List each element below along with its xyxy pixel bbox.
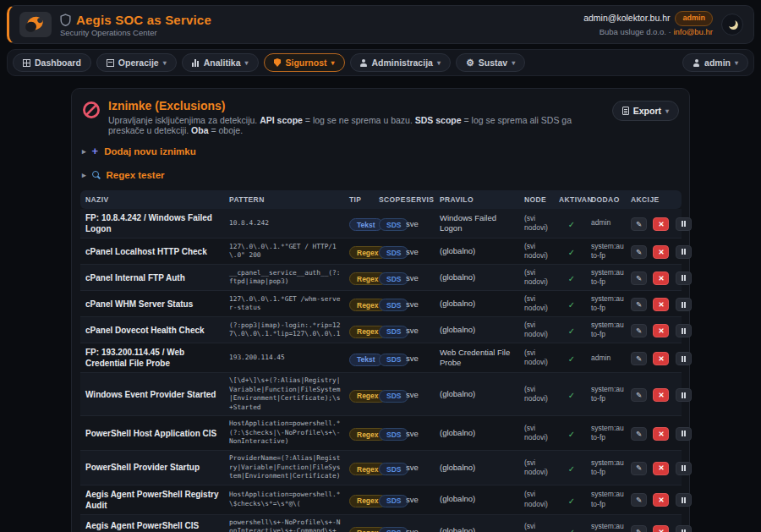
pause-button[interactable] xyxy=(676,427,692,441)
nav-item-operacije[interactable]: Operacije ▾ xyxy=(96,53,177,72)
cell-servis: sve xyxy=(402,291,436,317)
cell-tip: Tekst xyxy=(346,209,375,239)
person-icon xyxy=(693,59,700,67)
cell-pravilo: (globalno) xyxy=(436,373,521,416)
cell-servis: sve xyxy=(402,416,436,451)
pencil-icon: ✎ xyxy=(636,275,642,282)
pause-button[interactable] xyxy=(676,271,692,285)
x-icon: ✕ xyxy=(658,392,664,399)
column-header-pravilo: PRAVILO xyxy=(436,190,521,209)
cell-dodao: system:auto-fp xyxy=(588,265,627,291)
table-row: cPanel Internal FTP Auth __cpanel__servi… xyxy=(80,265,682,291)
chevron-right-icon: ▸ xyxy=(82,147,86,156)
pause-button[interactable] xyxy=(676,217,692,231)
pause-button[interactable] xyxy=(676,493,692,507)
cell-servis: sve xyxy=(402,514,436,532)
cell-pattern: 193.200.114.45 xyxy=(226,343,346,373)
org-email-link[interactable]: info@bu.hr xyxy=(673,27,713,36)
nav-item-analitika[interactable]: Analitika ▾ xyxy=(182,53,259,72)
pause-button[interactable] xyxy=(676,324,692,337)
scope-badge: SDS xyxy=(379,218,408,231)
cell-servis: sve xyxy=(402,239,436,265)
edit-button[interactable]: ✎ xyxy=(631,462,647,475)
delete-button[interactable]: ✕ xyxy=(653,462,669,475)
cell-akcije: ✎ ✕ xyxy=(627,317,682,343)
pause-button[interactable] xyxy=(676,525,692,532)
chevron-down-icon: ▾ xyxy=(163,59,167,67)
shield-icon xyxy=(60,14,71,26)
pencil-icon: ✎ xyxy=(636,529,642,532)
delete-button[interactable]: ✕ xyxy=(653,525,669,532)
cell-pattern: 127\.0\.0\.1.*"GET / HTTP/1\.0" 200 xyxy=(226,239,346,265)
column-header-aktivan: AKTIVAN xyxy=(556,190,588,209)
cell-pattern: (?:pop3|imap)-login:.*rip=127\.0\.0\.1.*… xyxy=(226,317,346,343)
scope-badge: SDS xyxy=(379,428,408,441)
cell-servis: sve xyxy=(402,485,436,514)
edit-button[interactable]: ✎ xyxy=(631,427,647,441)
cell-pattern: 10.8.4.242 xyxy=(226,209,346,239)
column-header-naziv: NAZIV xyxy=(80,190,226,209)
app-subtitle: Security Operations Center xyxy=(60,28,211,37)
user-menu[interactable]: admin ▾ xyxy=(682,53,748,72)
pause-icon xyxy=(682,302,686,308)
nav-item-sustav[interactable]: Sustav ▾ xyxy=(456,53,525,72)
delete-button[interactable]: ✕ xyxy=(653,217,669,231)
pause-button[interactable] xyxy=(676,352,692,365)
edit-button[interactable]: ✎ xyxy=(631,388,647,402)
cell-node: (svi nodovi) xyxy=(521,343,556,373)
delete-button[interactable]: ✕ xyxy=(653,324,669,337)
export-button[interactable]: Export ▾ xyxy=(612,101,679,121)
edit-button[interactable]: ✎ xyxy=(631,324,647,337)
cell-node: (svi nodovi) xyxy=(521,265,556,291)
pencil-icon: ✎ xyxy=(636,392,642,399)
edit-button[interactable]: ✎ xyxy=(631,271,647,285)
cell-pravilo: (globalno) xyxy=(436,239,521,265)
add-exclusion-toggle[interactable]: ▸ + Dodaj novu iznimku xyxy=(82,146,679,156)
user-menu-label: admin xyxy=(704,58,731,68)
theme-toggle-button[interactable] xyxy=(721,14,743,36)
delete-button[interactable]: ✕ xyxy=(653,493,669,507)
cell-dodao: system:auto-fp xyxy=(588,514,627,532)
check-icon: ✓ xyxy=(568,528,575,532)
delete-button[interactable]: ✕ xyxy=(653,388,669,402)
grid-icon xyxy=(23,59,30,67)
pencil-icon: ✎ xyxy=(636,249,642,256)
table-row: FP: 10.8.4.242 / Windows Failed Logon 10… xyxy=(80,209,682,239)
edit-button[interactable]: ✎ xyxy=(631,298,647,311)
nav-item-administracija[interactable]: Administracija ▾ xyxy=(350,53,451,72)
cell-pattern: \[\d+\]\s+(?:Alias|Registry|Variable|Fun… xyxy=(226,373,346,416)
cell-akcije: ✎ ✕ xyxy=(627,514,682,532)
delete-button[interactable]: ✕ xyxy=(653,427,669,441)
cell-scope: SDS xyxy=(375,373,402,416)
cell-naziv: PowerShell Provider Startup xyxy=(80,450,226,485)
cell-akcije: ✎ ✕ xyxy=(627,450,682,485)
pause-button[interactable] xyxy=(676,245,692,259)
edit-button[interactable]: ✎ xyxy=(631,525,647,532)
x-icon: ✕ xyxy=(658,221,664,228)
delete-button[interactable]: ✕ xyxy=(653,298,669,311)
tip-badge: Tekst xyxy=(349,218,383,231)
cell-dodao: system:auto-fp xyxy=(588,317,627,343)
cell-scope: SDS xyxy=(375,514,402,532)
pause-button[interactable] xyxy=(676,388,692,402)
delete-button[interactable]: ✕ xyxy=(653,271,669,285)
edit-button[interactable]: ✎ xyxy=(631,493,647,507)
cell-pravilo: (globalno) xyxy=(436,514,521,532)
cell-tip: Regex xyxy=(346,373,375,416)
edit-button[interactable]: ✎ xyxy=(631,245,647,259)
edit-button[interactable]: ✎ xyxy=(631,217,647,231)
nav-item-dashboard[interactable]: Dashboard xyxy=(13,53,91,72)
regex-tester-toggle[interactable]: ▸ Regex tester xyxy=(82,170,679,180)
nav-item-sigurnost[interactable]: Sigurnost ▾ xyxy=(264,53,345,72)
pause-icon xyxy=(682,249,686,255)
delete-button[interactable]: ✕ xyxy=(653,352,669,365)
scope-badge: SDS xyxy=(379,272,408,285)
delete-button[interactable]: ✕ xyxy=(653,245,669,259)
cell-akcije: ✎ ✕ xyxy=(627,343,682,373)
cell-naziv: FP: 10.8.4.242 / Windows Failed Logon xyxy=(80,209,226,239)
edit-button[interactable]: ✎ xyxy=(631,352,647,365)
pause-button[interactable] xyxy=(676,462,692,475)
cell-dodao: system:auto-fp xyxy=(588,450,627,485)
pause-button[interactable] xyxy=(676,298,692,311)
cell-scope: SDS xyxy=(375,209,402,239)
